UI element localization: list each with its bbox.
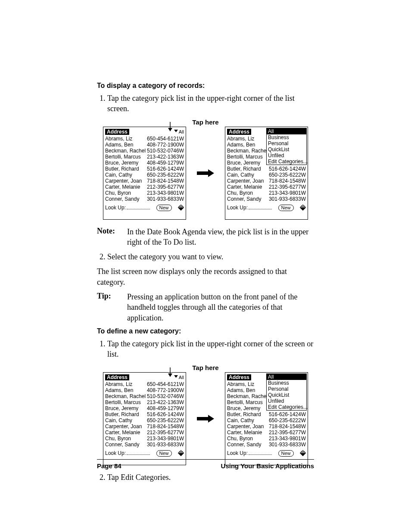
list-item[interactable]: Cain, Cathy650-235-6222W [105, 172, 184, 178]
list-item[interactable]: Conner, Sandy301-933-6833W [227, 442, 306, 448]
list-item[interactable]: Adams, Ben408-772-1900W [105, 142, 184, 148]
svg-marker-25 [300, 453, 306, 456]
list-item[interactable]: Cain, Cathy650-235-6222W [227, 417, 306, 423]
list-item[interactable]: Conner, Sandy301-933-6833W [105, 196, 184, 202]
lookup-field[interactable]: Look Up: [105, 205, 150, 211]
list-item[interactable]: Beckman, Rachel510-532-0746W [105, 148, 184, 154]
new-button[interactable]: New [156, 450, 172, 457]
list-item[interactable]: Carpenter, Joan718-824-1548W [105, 423, 184, 429]
category-dropdown[interactable]: All Business Personal QuickList Unfiled … [266, 128, 307, 165]
list-item[interactable]: Carpenter, Joan718-824-1548W [105, 178, 184, 184]
new-button[interactable]: New [156, 205, 172, 211]
result-paragraph: The list screen now displays only the re… [97, 266, 314, 287]
arrow-right-icon [197, 415, 214, 423]
svg-rect-7 [197, 171, 208, 175]
category-all[interactable]: All [267, 374, 306, 380]
category-quicklist[interactable]: QuickList [267, 392, 306, 398]
category-business[interactable]: Business [267, 134, 306, 140]
scroll-up-icon [178, 450, 184, 453]
svg-marker-15 [174, 375, 178, 378]
svg-marker-6 [178, 208, 184, 211]
list-item[interactable]: Chu, Byron213-343-9801W [105, 190, 184, 196]
scroll-arrows[interactable] [178, 205, 184, 211]
category-all[interactable]: All [267, 128, 306, 134]
scroll-arrows[interactable] [178, 450, 184, 456]
list-item[interactable]: Carpenter, Joan718-824-1548W [227, 178, 306, 184]
picker-arrow-icon [174, 130, 178, 134]
category-edit[interactable]: Edit Categories... [267, 159, 306, 165]
app-title: Address [105, 374, 129, 380]
list-item[interactable]: Adams, Ben408-772-1900W [105, 387, 184, 393]
screenshot-right-1: Address Abrams, Liz Adams, Ben Beckman, … [225, 127, 308, 220]
scroll-arrows[interactable] [300, 450, 306, 456]
scroll-down-icon [178, 453, 184, 456]
list-item[interactable]: Cain, Cathy650-235-6222W [105, 417, 184, 423]
list-item[interactable]: Butler, Richard516-626-1424W [105, 166, 184, 172]
list-item[interactable]: Butler, Richard516-626-1424W [105, 411, 184, 417]
step-display-1: Tap the category pick list in the upper-… [107, 93, 314, 114]
list-item[interactable]: Carter, Melanie212-395-6277W [227, 429, 306, 436]
new-button[interactable]: New [278, 205, 294, 211]
list-item[interactable]: Carter, Melanie212-395-6277W [105, 184, 184, 190]
scroll-arrows[interactable] [300, 205, 306, 211]
list-item[interactable]: Cain, Cathy650-235-6222W [227, 172, 306, 178]
category-personal[interactable]: Personal [267, 386, 306, 392]
category-quicklist[interactable]: QuickList [267, 146, 306, 152]
app-title: Address [227, 129, 251, 135]
list-item[interactable]: Carter, Melanie212-395-6277W [105, 429, 184, 436]
category-unfiled[interactable]: Unfiled [267, 398, 306, 404]
lookup-field[interactable]: Look Up: [227, 450, 272, 456]
figure-display-category: Address All Abrams, Liz650-454-6121W Ada… [97, 127, 314, 220]
callout-tap-here-2: Tap here [97, 364, 314, 371]
svg-marker-1 [168, 128, 172, 131]
list-item[interactable]: Bruce, Jeremy408-459-1279W [105, 405, 184, 411]
picker-value: All [179, 375, 184, 380]
tip-label: Tip: [97, 292, 127, 323]
heading-define-category: To define a new category: [97, 327, 314, 335]
note-text: In the Date Book Agenda view, the pick l… [127, 227, 314, 248]
note-label: Note: [97, 227, 127, 248]
list-item[interactable]: Conner, Sandy301-933-6833W [227, 196, 306, 202]
svg-marker-19 [178, 453, 184, 456]
category-personal[interactable]: Personal [267, 140, 306, 146]
tip-block: Tip: Pressing an application button on t… [97, 292, 314, 323]
category-dropdown[interactable]: All Business Personal QuickList Unfiled … [266, 373, 307, 411]
list-item[interactable]: Chu, Byron213-343-9801W [227, 436, 306, 442]
figure-define-category: Address All Abrams, Liz650-454-6121W Ada… [97, 372, 314, 465]
category-picker[interactable]: All [174, 129, 184, 134]
lookup-field[interactable]: Look Up: [227, 205, 272, 211]
list-item[interactable]: Carter, Melanie212-395-6277W [227, 184, 306, 190]
list-item[interactable]: Butler, Richard516-626-1424W [227, 411, 306, 417]
app-title: Address [227, 374, 251, 380]
list-item[interactable]: Bertolli, Marcus213-422-1363W [105, 399, 184, 405]
callout-pointer-arrow [167, 122, 173, 131]
arrow-right-icon [197, 169, 214, 177]
list-item[interactable]: Carpenter, Joan718-824-1548W [227, 423, 306, 429]
category-edit[interactable]: Edit Categories... [267, 404, 306, 410]
callout-pointer-arrow [167, 367, 173, 377]
heading-display-category: To display a category of records: [97, 82, 314, 90]
list-item[interactable]: Beckman, Rachel510-532-0746W [105, 393, 184, 399]
list-item[interactable]: Bruce, Jeremy408-459-1279W [105, 160, 184, 166]
scroll-up-icon [178, 205, 184, 208]
list-item[interactable]: Butler, Richard516-626-1424W [227, 166, 306, 172]
new-button[interactable]: New [278, 450, 294, 457]
screenshot-left-2: Address All Abrams, Liz650-454-6121W Ada… [103, 372, 186, 465]
category-unfiled[interactable]: Unfiled [267, 152, 306, 159]
list-item[interactable]: Abrams, Liz650-454-6121W [105, 381, 184, 387]
scroll-up-icon [300, 205, 306, 208]
page-number: Page 84 [97, 462, 121, 470]
screenshot-left-1: Address All Abrams, Liz650-454-6121W Ada… [103, 127, 186, 220]
list-item[interactable]: Chu, Byron213-343-9801W [227, 190, 306, 196]
list-item[interactable]: Bertolli, Marcus213-422-1363W [105, 154, 184, 160]
list-item[interactable]: Conner, Sandy301-933-6833W [105, 442, 184, 448]
list-item[interactable]: Abrams, Liz650-454-6121W [105, 136, 184, 142]
category-business[interactable]: Business [267, 380, 306, 386]
lookup-field[interactable]: Look Up: [105, 450, 150, 456]
picker-value: All [179, 129, 184, 134]
step-define-1: Tap the category pick list in the upper-… [107, 339, 314, 360]
category-picker[interactable]: All [174, 375, 184, 380]
svg-marker-2 [174, 130, 178, 132]
list-item[interactable]: Chu, Byron213-343-9801W [105, 436, 184, 442]
tip-text: Pressing an application button on the fr… [127, 292, 314, 323]
